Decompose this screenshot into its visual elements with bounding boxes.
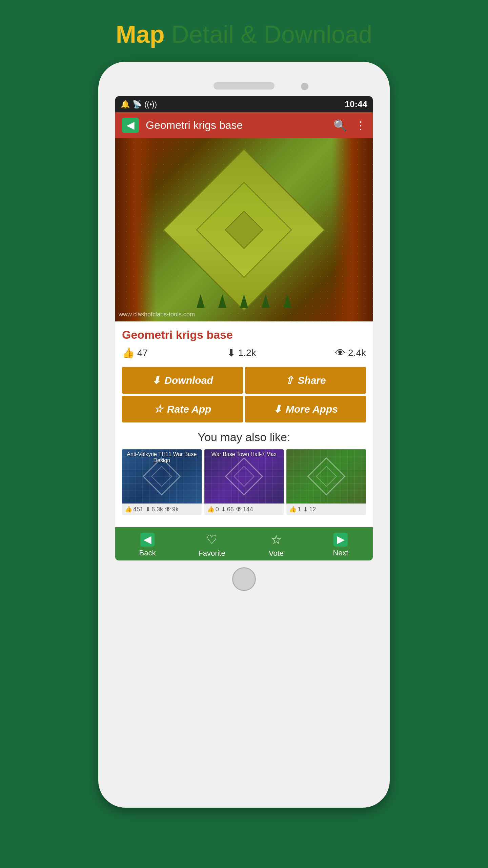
- share-button[interactable]: ⇧ Share: [245, 367, 366, 394]
- download-btn-label: Download: [164, 375, 213, 386]
- tree-3: [240, 294, 248, 308]
- download-count-icon: ⬇: [227, 347, 236, 359]
- suggestion-item-1[interactable]: Anti-Valkyrie TH11 War Base Design 👍 451…: [122, 449, 202, 515]
- nav-back[interactable]: ◀ Back: [115, 533, 180, 558]
- suggestions-grid: Anti-Valkyrie TH11 War Base Design 👍 451…: [122, 449, 366, 515]
- page-title: Map Detail & Download: [116, 0, 372, 62]
- share-btn-icon: ⇧: [285, 374, 293, 386]
- s2-likes: 👍 0: [207, 506, 219, 513]
- title-bold: Map: [116, 21, 165, 48]
- back-arrow-icon: ◀: [127, 120, 134, 131]
- views-stat: 👁 2.4k: [335, 347, 366, 359]
- toolbar-action-icons: 🔍 ⋮: [333, 119, 366, 132]
- notification-icon: 🔔: [121, 100, 130, 109]
- share-btn-label: Share: [298, 375, 326, 386]
- s3-likes: 👍 1: [289, 506, 301, 513]
- s1-downloads: ⬇ 6.3k: [145, 506, 163, 513]
- views-icon: 👁: [335, 347, 345, 359]
- s1-views: 👁 9k: [165, 506, 179, 513]
- suggestion-stats-2: 👍 0 ⬇ 66 👁 144: [204, 504, 284, 515]
- map-name: Geometri krigs base: [122, 328, 366, 341]
- nav-back-icon: ◀: [140, 533, 155, 547]
- likes-stat: 👍 47: [122, 347, 148, 359]
- nav-next-icon: ▶: [333, 533, 348, 547]
- suggestion-image-3: [286, 449, 366, 504]
- download-btn-icon: ⬇: [152, 374, 160, 386]
- downloads-count: 1.2k: [238, 348, 256, 358]
- phone-home-button[interactable]: [232, 567, 256, 591]
- action-buttons-row2: ☆ Rate App ⬇ More Apps: [122, 396, 366, 422]
- phone-speaker: [214, 82, 274, 90]
- status-time: 10:44: [345, 99, 368, 110]
- like-icon: 👍: [122, 347, 135, 359]
- rate-btn-label: Rate App: [167, 403, 211, 415]
- map-watermark: www.clashofclans-tools.com: [119, 311, 195, 318]
- stats-row: 👍 47 ⬇ 1.2k 👁 2.4k: [122, 347, 366, 359]
- phone-camera: [301, 83, 308, 90]
- suggestion-stats-3: 👍 1 ⬇ 12: [286, 504, 366, 515]
- tree-1: [197, 294, 205, 308]
- more-apps-btn-label: More Apps: [286, 403, 338, 415]
- tree-5: [283, 294, 291, 308]
- s2-downloads: ⬇ 66: [221, 506, 234, 513]
- tree-4: [262, 294, 270, 308]
- more-icon[interactable]: ⋮: [355, 119, 366, 132]
- star-icon: ☆: [271, 533, 282, 547]
- nav-favorite[interactable]: ♡ Favorite: [180, 533, 244, 558]
- nav-next-label: Next: [333, 549, 348, 557]
- nav-favorite-label: Favorite: [198, 549, 225, 558]
- suggestion-label-1: Anti-Valkyrie TH11 War Base Design: [122, 451, 202, 463]
- nav-back-label: Back: [139, 549, 156, 557]
- wifi-icon: 📡: [133, 100, 142, 109]
- suggestion-image-1: Anti-Valkyrie TH11 War Base Design: [122, 449, 202, 504]
- nav-next[interactable]: ▶ Next: [308, 533, 373, 558]
- more-apps-button[interactable]: ⬇ More Apps: [245, 396, 366, 422]
- suggestions-heading: You may also like:: [122, 431, 366, 444]
- action-buttons-row1: ⬇ Download ⇧ Share: [122, 367, 366, 394]
- nav-vote-label: Vote: [269, 549, 284, 558]
- title-rest: Detail & Download: [165, 21, 372, 48]
- toolbar-back-button[interactable]: ◀: [122, 118, 139, 133]
- s3-downloads: ⬇ 12: [303, 506, 316, 513]
- status-bar: 🔔 📡 ((•)) 10:44: [115, 96, 373, 112]
- more-apps-btn-icon: ⬇: [273, 403, 282, 415]
- suggestion-label-2: War Base Town Hall-7 Max: [204, 451, 284, 457]
- status-icons: 🔔 📡 ((•)): [121, 100, 157, 109]
- phone-screen: 🔔 📡 ((•)) 10:44 ◀ Geometri krigs base 🔍 …: [115, 96, 373, 560]
- rate-btn-icon: ☆: [154, 403, 163, 415]
- downloads-stat: ⬇ 1.2k: [227, 347, 256, 359]
- suggestion-item-2[interactable]: War Base Town Hall-7 Max 👍 0 ⬇ 66 👁 144: [204, 449, 284, 515]
- nav-vote[interactable]: ☆ Vote: [244, 533, 308, 558]
- bottom-navigation: ◀ Back ♡ Favorite ☆ Vote ▶ Next: [115, 527, 373, 560]
- suggestion-image-2: War Base Town Hall-7 Max: [204, 449, 284, 504]
- s2-views: 👁 144: [236, 506, 253, 513]
- search-icon[interactable]: 🔍: [333, 119, 347, 132]
- map-image-area: www.clashofclans-tools.com: [115, 138, 373, 321]
- heart-icon: ♡: [206, 533, 217, 547]
- rate-app-button[interactable]: ☆ Rate App: [122, 396, 243, 422]
- app-toolbar: ◀ Geometri krigs base 🔍 ⋮: [115, 112, 373, 138]
- signal-icon: ((•)): [144, 100, 157, 109]
- toolbar-title: Geometri krigs base: [146, 119, 327, 132]
- tree-2: [218, 294, 226, 308]
- content-area: Geometri krigs base 👍 47 ⬇ 1.2k 👁 2.4k: [115, 321, 373, 527]
- likes-count: 47: [137, 348, 148, 358]
- phone-frame: 🔔 📡 ((•)) 10:44 ◀ Geometri krigs base 🔍 …: [98, 62, 390, 808]
- suggestion-stats-1: 👍 451 ⬇ 6.3k 👁 9k: [122, 504, 202, 515]
- views-count: 2.4k: [348, 348, 366, 358]
- s1-likes: 👍 451: [125, 506, 143, 513]
- download-button[interactable]: ⬇ Download: [122, 367, 243, 394]
- map-trees: [197, 294, 291, 308]
- suggestion-item-3[interactable]: 👍 1 ⬇ 12: [286, 449, 366, 515]
